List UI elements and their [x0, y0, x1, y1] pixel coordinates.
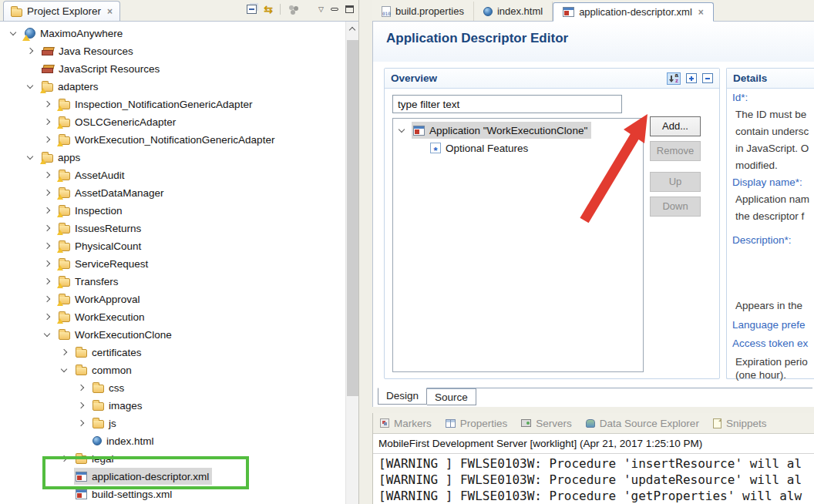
collapse-all-icon[interactable]: [702, 73, 713, 83]
tree-item-assetaudit[interactable]: AssetAudit: [0, 166, 345, 184]
minimize-icon[interactable]: [331, 8, 338, 11]
expand-arrow-icon[interactable]: [44, 296, 50, 302]
tree-item-assetdatamanager[interactable]: AssetDataManager: [0, 184, 345, 202]
tree-item-legal[interactable]: legal: [0, 450, 345, 468]
expand-arrow-icon[interactable]: [44, 278, 50, 284]
expand-arrow-icon[interactable]: [44, 314, 50, 320]
appdesc-icon: [76, 489, 87, 499]
vertical-scrollbar[interactable]: [345, 22, 358, 504]
close-icon[interactable]: ×: [107, 8, 113, 15]
overview-item-application-workexecutionclone[interactable]: Application "WorkExecutionClone": [393, 122, 643, 139]
close-icon[interactable]: ×: [698, 8, 704, 16]
expand-arrow-icon[interactable]: [44, 119, 50, 125]
tree-item-java-resources[interactable]: Java Resources: [0, 42, 345, 60]
folder-icon: [59, 190, 70, 198]
tree-item-application-descriptor-xml[interactable]: application-descriptor.xml: [0, 468, 345, 486]
tree-item-common[interactable]: common: [0, 361, 345, 379]
dropdown-icon[interactable]: ▽: [318, 5, 324, 13]
tree-item-workexecution[interactable]: WorkExecution: [0, 308, 345, 326]
tree-item-index-html[interactable]: index.html: [0, 432, 345, 450]
expand-arrow-icon[interactable]: [44, 101, 50, 107]
details-link-access-token-ex[interactable]: Access token ex: [732, 338, 808, 349]
console-tab-data-source-explorer[interactable]: Data Source Explorer: [579, 413, 706, 433]
folder-icon: [92, 420, 104, 428]
console-tab-markers[interactable]: Markers: [373, 413, 439, 433]
scroll-up-icon[interactable]: [349, 27, 355, 33]
expand-arrow-icon[interactable]: [44, 190, 50, 196]
add-button[interactable]: Add...: [650, 116, 701, 136]
sort-icon[interactable]: [667, 72, 681, 85]
tree-item-apps[interactable]: apps: [0, 149, 345, 166]
console-tab-snippets[interactable]: Snippets: [706, 413, 774, 433]
tree-item-build-settings-xml[interactable]: build-settings.xml: [0, 486, 345, 503]
tree-item-inspection-notificationgenericadapter[interactable]: Inspection_NotificationGenericAdapter: [0, 96, 345, 113]
tree-item-workexecutionclone[interactable]: WorkExecutionClone: [0, 326, 345, 344]
maximize-icon[interactable]: [345, 5, 354, 13]
collapse-arrow-icon[interactable]: [10, 29, 16, 35]
tree-item-issuesreturns[interactable]: IssuesReturns: [0, 220, 345, 237]
editor-tab-application-descriptor-xml[interactable]: application-descriptor.xml×: [553, 2, 714, 22]
expand-arrow-icon[interactable]: [44, 225, 50, 231]
details-link-language-prefe[interactable]: Language prefe: [732, 319, 806, 331]
tree-item-servicerequest[interactable]: ServiceRequest: [0, 255, 345, 273]
tree-item-physicalcount[interactable]: PhysicalCount: [0, 237, 345, 255]
view-menu-icon[interactable]: [288, 5, 300, 14]
expand-arrow-icon[interactable]: [44, 243, 50, 249]
expand-all-icon[interactable]: [686, 73, 697, 83]
expand-arrow-icon[interactable]: [78, 402, 84, 408]
tree-item-oslcgenericadapter[interactable]: OSLCGenericAdapter: [0, 113, 345, 131]
tree-item-css[interactable]: css: [0, 379, 345, 397]
console-tab-servers[interactable]: Servers: [514, 413, 579, 433]
tree-item-cell: index.html: [91, 432, 157, 449]
expand-arrow-icon[interactable]: [27, 48, 33, 54]
collapse-arrow-icon[interactable]: [399, 126, 405, 133]
tree-item-workexecution-notificationgenericadapter[interactable]: WorkExecution_NotificationGenericAdapter: [0, 131, 345, 149]
collapse-arrow-icon[interactable]: [27, 82, 33, 89]
filter-input[interactable]: [392, 95, 622, 113]
details-link-id[interactable]: Id*:: [732, 92, 748, 103]
tree-item-certificates[interactable]: certificates: [0, 344, 345, 361]
expand-arrow-icon[interactable]: [61, 349, 67, 355]
expand-arrow-icon[interactable]: [44, 207, 50, 213]
tree-item-js[interactable]: js: [0, 415, 345, 432]
details-header: Details: [727, 69, 814, 89]
tree-item-adapters[interactable]: adapters: [0, 78, 345, 96]
console-tab-properties[interactable]: Properties: [439, 413, 515, 433]
details-link-display-name[interactable]: Display name*:: [732, 176, 802, 188]
folder-icon: [92, 385, 104, 393]
collapse-arrow-icon[interactable]: [44, 331, 50, 337]
expand-arrow-icon[interactable]: [44, 260, 50, 267]
tab-design[interactable]: Design: [378, 388, 427, 405]
link-with-editor-icon[interactable]: ⇆: [264, 4, 273, 15]
expand-arrow-icon[interactable]: [78, 420, 84, 426]
collapse-all-icon[interactable]: [247, 5, 257, 14]
scrollbar-thumb[interactable]: [347, 40, 358, 396]
editor-tab-index-html[interactable]: index.html: [474, 2, 553, 21]
tree-item-label: WorkExecution: [75, 311, 145, 323]
details-link-description[interactable]: Description*:: [732, 234, 792, 246]
tree-item-cell: WorkExecution: [57, 308, 148, 325]
collapse-arrow-icon[interactable]: [27, 153, 33, 160]
expand-arrow-icon[interactable]: [78, 385, 84, 391]
project-explorer-tab[interactable]: Project Explorer ×: [3, 1, 120, 21]
tree-item-inspection[interactable]: Inspection: [0, 202, 345, 220]
tree-item-workapproval[interactable]: WorkApproval: [0, 291, 345, 308]
tree-item-javascript-resources[interactable]: JavaScript Resources: [0, 60, 345, 78]
tree-item-images[interactable]: images: [0, 397, 345, 415]
expand-arrow-icon[interactable]: [44, 172, 50, 178]
tree-item-cell: css: [91, 379, 127, 396]
tab-source[interactable]: Source: [427, 388, 476, 405]
tree-item-label: Inspection: [75, 205, 123, 217]
expand-arrow-icon[interactable]: [44, 136, 50, 143]
tree-item-cell: Java Resources: [40, 42, 136, 59]
overview-item-optional-features[interactable]: Optional Features: [393, 139, 643, 156]
tree-item-cell: MaximoAnywhere: [23, 25, 126, 42]
editor-tab-build-properties[interactable]: build.properties: [372, 2, 474, 21]
tree-item-transfers[interactable]: Transfers: [0, 273, 345, 291]
folder-icon: [42, 154, 53, 163]
collapse-arrow-icon[interactable]: [61, 366, 67, 372]
project-tree: MaximoAnywhereJava ResourcesJavaScript R…: [0, 22, 345, 504]
tree-item-maximoanywhere[interactable]: MaximoAnywhere: [0, 25, 345, 42]
expand-arrow-icon[interactable]: [61, 455, 67, 462]
console-output[interactable]: [WARNING ] FWLSE0103W: Procedure 'insert…: [378, 455, 814, 504]
